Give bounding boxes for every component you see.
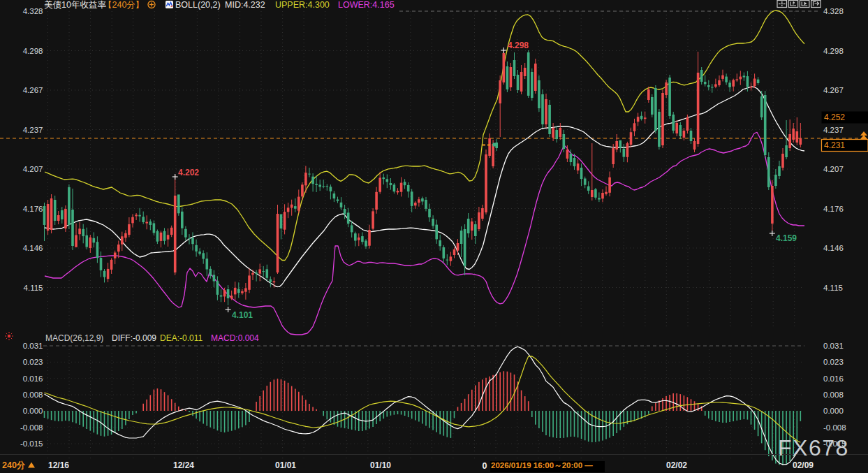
svg-text:12/24: 12/24 xyxy=(173,460,194,470)
svg-text:美债10年收益率: 美债10年收益率 xyxy=(44,0,106,10)
svg-text:0.031: 0.031 xyxy=(823,342,844,350)
svg-text:4.328: 4.328 xyxy=(823,7,844,15)
svg-text:UPPER:4.300: UPPER:4.300 xyxy=(275,0,330,10)
svg-text:MACD(26,12,9): MACD(26,12,9) xyxy=(45,333,103,343)
svg-text:4.115: 4.115 xyxy=(24,284,43,292)
svg-text:02/09: 02/09 xyxy=(793,460,814,470)
svg-text:MACD:0.004: MACD:0.004 xyxy=(211,333,259,343)
svg-text:4.176: 4.176 xyxy=(823,205,844,213)
svg-text:4.101: 4.101 xyxy=(232,310,253,320)
svg-text:4.298: 4.298 xyxy=(823,47,844,55)
svg-text:2026/01/19 16:00～20:00 —: 2026/01/19 16:00～20:00 — xyxy=(491,461,593,470)
svg-text:4.267: 4.267 xyxy=(23,86,43,94)
svg-text:0.000: 0.000 xyxy=(823,407,844,415)
svg-text:4.146: 4.146 xyxy=(823,244,844,252)
svg-text:0.008: 0.008 xyxy=(823,391,844,399)
svg-text:4.202: 4.202 xyxy=(178,168,199,177)
svg-text:4.159: 4.159 xyxy=(776,233,797,243)
svg-text:0.023: 0.023 xyxy=(823,358,844,366)
svg-text:0: 0 xyxy=(483,461,487,471)
svg-text:4.237: 4.237 xyxy=(823,126,844,134)
svg-text:FX678: FX678 xyxy=(778,435,849,460)
svg-text:12/16: 12/16 xyxy=(48,460,69,470)
svg-text:4.231: 4.231 xyxy=(824,140,845,150)
svg-text:4.237: 4.237 xyxy=(23,126,43,134)
svg-text:4.267: 4.267 xyxy=(823,86,844,94)
svg-text:0.023: 0.023 xyxy=(23,358,43,366)
svg-text:4.176: 4.176 xyxy=(23,205,43,213)
svg-text:-0.015: -0.015 xyxy=(20,439,43,448)
svg-text:4.298: 4.298 xyxy=(23,47,43,55)
svg-text:4.328: 4.328 xyxy=(23,7,43,15)
svg-text:0.000: 0.000 xyxy=(23,407,43,415)
svg-text:01/01: 01/01 xyxy=(275,460,296,470)
svg-text:4.252: 4.252 xyxy=(824,112,845,122)
svg-text:4.207: 4.207 xyxy=(23,165,43,173)
svg-text:LOWER:4.165: LOWER:4.165 xyxy=(338,0,395,10)
svg-text:【240分】: 【240分】 xyxy=(103,0,144,10)
svg-text:0.016: 0.016 xyxy=(823,374,844,383)
svg-text:BOLL(20,2): BOLL(20,2) xyxy=(175,0,221,10)
svg-text:01/10: 01/10 xyxy=(370,460,391,470)
svg-text:02/02: 02/02 xyxy=(666,460,687,470)
svg-text:4.298: 4.298 xyxy=(508,41,529,50)
svg-text:0.008: 0.008 xyxy=(23,391,43,399)
svg-text:DEA:-0.011: DEA:-0.011 xyxy=(160,333,203,343)
svg-text:4.207: 4.207 xyxy=(823,165,844,173)
svg-text:4.146: 4.146 xyxy=(23,244,43,252)
svg-text:-0.008: -0.008 xyxy=(823,423,846,432)
svg-text:240分: 240分 xyxy=(2,460,26,470)
svg-text:MID:4.232: MID:4.232 xyxy=(225,0,265,10)
svg-text:-0.008: -0.008 xyxy=(20,423,43,432)
svg-text:0.031: 0.031 xyxy=(23,342,43,350)
svg-text:DIFF:-0.009: DIFF:-0.009 xyxy=(112,333,156,343)
svg-text:0.016: 0.016 xyxy=(23,374,43,383)
svg-text:4.115: 4.115 xyxy=(823,284,843,292)
